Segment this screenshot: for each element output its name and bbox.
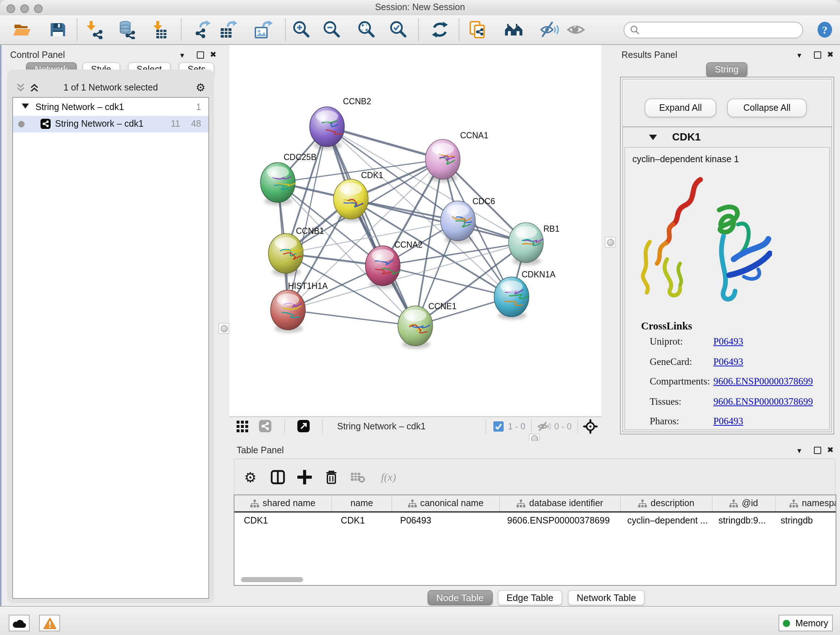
- import-table-file-icon[interactable]: [149, 19, 169, 40]
- export-table-icon[interactable]: [218, 19, 239, 40]
- save-session-icon[interactable]: [48, 19, 68, 40]
- panel-close-icon[interactable]: ✖: [210, 50, 216, 59]
- column-header-name[interactable]: name: [332, 495, 392, 511]
- delete-table-icon[interactable]: [349, 468, 368, 486]
- grid-view-icon[interactable]: [237, 421, 248, 432]
- search-icon: [630, 25, 639, 35]
- column-header-database-identifier[interactable]: database identifier: [500, 495, 621, 511]
- manual-layout-crosshair-icon[interactable]: [583, 419, 598, 434]
- left-splitter-handle[interactable]: [218, 323, 229, 334]
- cell--id[interactable]: stringdb:9...: [709, 513, 771, 529]
- export-network-icon[interactable]: [193, 19, 213, 40]
- show-columns-icon[interactable]: [268, 468, 287, 486]
- network-node-CCNA1[interactable]: [425, 139, 460, 182]
- tab-node-table[interactable]: Node Table: [428, 590, 493, 605]
- network-node-CCNB2[interactable]: [309, 107, 344, 149]
- memory-button[interactable]: Memory: [778, 615, 833, 631]
- zoom-fit-icon[interactable]: [356, 19, 376, 40]
- node-result-header[interactable]: CDK1: [623, 127, 831, 147]
- column-header-shared-name[interactable]: shared name: [234, 495, 332, 511]
- network-node-CDK1[interactable]: [333, 179, 368, 222]
- cell-database-identifier[interactable]: 9606.ENSP00000378699: [498, 513, 618, 529]
- panel-menu-icon[interactable]: ▾: [180, 51, 184, 60]
- import-network-file-icon[interactable]: [85, 19, 106, 40]
- delete-column-icon[interactable]: [322, 468, 341, 486]
- crosslink-link[interactable]: P06493: [714, 416, 744, 427]
- collection-label: String Network – cdk1: [35, 102, 124, 112]
- eye-icon[interactable]: [566, 19, 586, 40]
- panel-menu-icon[interactable]: ▾: [797, 51, 801, 60]
- network-view-icon[interactable]: [259, 420, 271, 432]
- toolbar-separator: [418, 19, 419, 41]
- network-collection-row[interactable]: String Network – cdk1 1: [13, 99, 208, 116]
- network-canvas[interactable]: CCNB2CCNA1CDC25BCDK1CDC6RB1CCNB1CCNA2CDK…: [229, 45, 601, 416]
- crosslink-link[interactable]: P06493: [714, 336, 744, 348]
- cell-canonical-name[interactable]: P06493: [391, 513, 498, 529]
- control-panel: Control Panel ▾ ✖ NetworkStyleSelectSets…: [4, 45, 217, 606]
- network-node-CDKN1A[interactable]: [494, 277, 529, 320]
- first-neighbors-icon[interactable]: [504, 19, 524, 40]
- network-node-CCNE1[interactable]: [398, 306, 433, 348]
- title-bar: Session: New Session: [0, 0, 840, 16]
- tab-edge-table[interactable]: Edge Table: [498, 590, 562, 605]
- panel-close-icon[interactable]: ✖: [827, 445, 834, 455]
- warning-button[interactable]: [39, 615, 60, 631]
- panel-float-icon[interactable]: [814, 447, 821, 454]
- cell-name[interactable]: CDK1: [332, 513, 391, 529]
- add-column-icon[interactable]: [295, 468, 314, 486]
- network-node-RB1[interactable]: [508, 223, 544, 265]
- results-panel: Results Panel ▾ ✖ String Expand All Coll…: [618, 45, 836, 435]
- tab-network-table[interactable]: Network Table: [568, 590, 645, 605]
- table-settings-gear-icon[interactable]: ⚙: [241, 468, 260, 486]
- node-label-CCNE1: CCNE1: [428, 302, 456, 311]
- detach-view-icon[interactable]: [297, 420, 309, 432]
- zoom-in-icon[interactable]: [291, 19, 311, 40]
- node-table[interactable]: shared namenamecanonical namedatabase id…: [234, 494, 836, 586]
- table-row[interactable]: CDK1CDK1P064939606.ENSP00000378699cyclin…: [234, 513, 836, 529]
- network-row-selected[interactable]: String Network – cdk1 11 48: [13, 116, 208, 133]
- network-node-HIST1H1A[interactable]: [271, 290, 305, 333]
- right-splitter-handle[interactable]: [605, 237, 616, 248]
- search-input[interactable]: [624, 22, 803, 38]
- crosslink-link[interactable]: 9606.ENSP00000378699: [714, 376, 813, 387]
- hidden-eye-icon[interactable]: [538, 421, 551, 432]
- network-options-gear-icon[interactable]: ⚙: [196, 81, 205, 94]
- help-icon[interactable]: ?: [815, 19, 835, 40]
- zoom-out-icon[interactable]: [321, 19, 341, 40]
- selected-checkbox-icon[interactable]: [493, 421, 504, 432]
- export-image-icon[interactable]: [253, 19, 273, 40]
- collapse-all-button[interactable]: Collapse All: [727, 98, 807, 117]
- collapse-triangle-icon[interactable]: [22, 103, 29, 109]
- column-header-namespace[interactable]: namespace: [775, 495, 836, 511]
- cloud-button[interactable]: [9, 615, 30, 631]
- node-label-CCNA2: CCNA2: [394, 240, 423, 249]
- network-node-CDC6[interactable]: [441, 201, 475, 244]
- panel-menu-icon[interactable]: ▾: [797, 446, 801, 455]
- panel-float-icon[interactable]: [197, 51, 204, 59]
- crosslink-link[interactable]: 9606.ENSP00000378699: [714, 396, 813, 407]
- cell-shared-name[interactable]: CDK1: [234, 513, 332, 529]
- network-node-CCNA2[interactable]: [365, 246, 401, 288]
- tab-string[interactable]: String: [706, 62, 747, 78]
- show-hide-graphics-details-icon[interactable]: [540, 19, 560, 40]
- open-file-icon[interactable]: [11, 19, 32, 40]
- import-network-database-icon[interactable]: [117, 19, 137, 40]
- column-header--id[interactable]: @id: [713, 495, 775, 511]
- column-header-description[interactable]: description: [621, 495, 713, 511]
- zoom-selected-icon[interactable]: [388, 19, 408, 40]
- panel-close-icon[interactable]: ✖: [827, 50, 834, 59]
- apply-layout-icon[interactable]: [430, 19, 450, 40]
- column-header-canonical-name[interactable]: canonical name: [392, 495, 500, 511]
- new-network-from-selection-icon[interactable]: [467, 19, 488, 40]
- network-node-CCNB1[interactable]: [268, 233, 304, 276]
- collapse-triangle-icon[interactable]: [649, 134, 657, 141]
- network-node-count: 11: [171, 119, 180, 129]
- panel-float-icon[interactable]: [814, 51, 821, 59]
- cell-description[interactable]: cyclin–dependent ...: [618, 513, 709, 529]
- network-node-CDC25B[interactable]: [261, 163, 295, 205]
- horizontal-scrollbar[interactable]: [241, 577, 303, 582]
- crosslink-link[interactable]: P06493: [714, 356, 744, 367]
- expand-all-button[interactable]: Expand All: [645, 98, 716, 117]
- cell-namespace[interactable]: stringdb: [771, 513, 836, 529]
- function-builder-icon[interactable]: f(x): [376, 468, 401, 486]
